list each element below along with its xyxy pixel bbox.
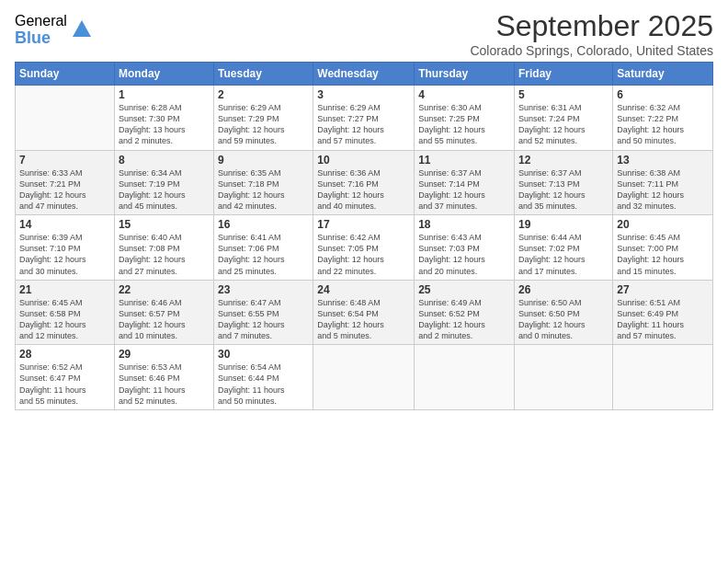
day-number: 16 (218, 218, 309, 231)
day-info: Sunrise: 6:31 AMSunset: 7:24 PMDaylight:… (518, 102, 609, 147)
day-number: 30 (218, 348, 309, 361)
day-number: 17 (317, 218, 410, 231)
day-number: 28 (19, 348, 110, 361)
day-info: Sunrise: 6:54 AMSunset: 6:44 PMDaylight:… (218, 362, 309, 407)
table-row: 8Sunrise: 6:34 AMSunset: 7:19 PMDaylight… (114, 150, 213, 215)
day-info: Sunrise: 6:33 AMSunset: 7:21 PMDaylight:… (19, 167, 110, 213)
table-row: 10Sunrise: 6:36 AMSunset: 7:16 PMDayligh… (313, 150, 415, 215)
day-number: 2 (218, 88, 309, 101)
day-info: Sunrise: 6:51 AMSunset: 6:49 PMDaylight:… (617, 297, 709, 342)
day-info: Sunrise: 6:34 AMSunset: 7:19 PMDaylight:… (119, 167, 210, 213)
table-row: 18Sunrise: 6:43 AMSunset: 7:03 PMDayligh… (415, 215, 515, 281)
month-title: September 2025 (470, 9, 713, 43)
day-info: Sunrise: 6:30 AMSunset: 7:25 PMDaylight:… (418, 102, 510, 147)
col-tuesday: Tuesday (214, 63, 313, 86)
day-number: 1 (119, 88, 210, 101)
day-number: 11 (418, 154, 510, 167)
day-number: 20 (617, 218, 709, 231)
day-info: Sunrise: 6:47 AMSunset: 6:55 PMDaylight:… (218, 297, 309, 342)
day-info: Sunrise: 6:38 AMSunset: 7:11 PMDaylight:… (617, 167, 709, 213)
table-row: 4Sunrise: 6:30 AMSunset: 7:25 PMDaylight… (415, 86, 515, 151)
table-row: 12Sunrise: 6:37 AMSunset: 7:13 PMDayligh… (515, 150, 613, 215)
table-row: 7Sunrise: 6:33 AMSunset: 7:21 PMDaylight… (16, 150, 115, 215)
col-thursday: Thursday (415, 63, 515, 86)
day-info: Sunrise: 6:43 AMSunset: 7:03 PMDaylight:… (418, 232, 510, 277)
day-info: Sunrise: 6:48 AMSunset: 6:54 PMDaylight:… (317, 297, 410, 342)
calendar-week-row: 7Sunrise: 6:33 AMSunset: 7:21 PMDaylight… (16, 150, 713, 215)
table-row (415, 345, 515, 410)
table-row: 27Sunrise: 6:51 AMSunset: 6:49 PMDayligh… (613, 280, 713, 345)
table-row: 5Sunrise: 6:31 AMSunset: 7:24 PMDaylight… (515, 86, 613, 151)
day-number: 18 (418, 218, 510, 231)
day-info: Sunrise: 6:45 AMSunset: 7:00 PMDaylight:… (617, 232, 709, 277)
day-info: Sunrise: 6:37 AMSunset: 7:13 PMDaylight:… (518, 167, 609, 213)
day-number: 23 (218, 283, 309, 296)
day-info: Sunrise: 6:28 AMSunset: 7:30 PMDaylight:… (119, 102, 210, 147)
logo: General Blue (15, 13, 95, 47)
table-row: 15Sunrise: 6:40 AMSunset: 7:08 PMDayligh… (114, 215, 213, 281)
day-info: Sunrise: 6:39 AMSunset: 7:10 PMDaylight:… (19, 232, 110, 277)
table-row: 21Sunrise: 6:45 AMSunset: 6:58 PMDayligh… (16, 280, 115, 345)
table-row: 14Sunrise: 6:39 AMSunset: 7:10 PMDayligh… (16, 215, 115, 281)
table-row (515, 345, 613, 410)
table-row: 3Sunrise: 6:29 AMSunset: 7:27 PMDaylight… (313, 86, 415, 151)
calendar-week-row: 28Sunrise: 6:52 AMSunset: 6:47 PMDayligh… (16, 345, 713, 410)
calendar-table: Sunday Monday Tuesday Wednesday Thursday… (15, 62, 713, 410)
day-info: Sunrise: 6:32 AMSunset: 7:22 PMDaylight:… (617, 102, 709, 147)
day-info: Sunrise: 6:29 AMSunset: 7:29 PMDaylight:… (218, 102, 309, 147)
table-row: 1Sunrise: 6:28 AMSunset: 7:30 PMDaylight… (114, 86, 213, 151)
day-number: 13 (617, 154, 709, 167)
col-friday: Friday (515, 63, 613, 86)
day-info: Sunrise: 6:50 AMSunset: 6:50 PMDaylight:… (518, 297, 609, 342)
table-row: 29Sunrise: 6:53 AMSunset: 6:46 PMDayligh… (114, 345, 213, 410)
header: General Blue September 2025 Colorado Spr… (15, 9, 713, 58)
location-subtitle: Colorado Springs, Colorado, United State… (470, 43, 713, 58)
day-number: 3 (317, 88, 410, 101)
day-info: Sunrise: 6:52 AMSunset: 6:47 PMDaylight:… (19, 362, 110, 407)
table-row: 25Sunrise: 6:49 AMSunset: 6:52 PMDayligh… (415, 280, 515, 345)
table-row: 9Sunrise: 6:35 AMSunset: 7:18 PMDaylight… (214, 150, 313, 215)
table-row: 6Sunrise: 6:32 AMSunset: 7:22 PMDaylight… (613, 86, 713, 151)
table-row: 22Sunrise: 6:46 AMSunset: 6:57 PMDayligh… (114, 280, 213, 345)
table-row (16, 86, 115, 151)
day-number: 25 (418, 283, 510, 296)
table-row (313, 345, 415, 410)
day-number: 6 (617, 88, 709, 101)
logo-general: General (15, 13, 67, 29)
table-row: 26Sunrise: 6:50 AMSunset: 6:50 PMDayligh… (515, 280, 613, 345)
day-number: 26 (518, 283, 609, 296)
day-number: 22 (119, 283, 210, 296)
title-block: September 2025 Colorado Springs, Colorad… (470, 9, 713, 58)
day-number: 12 (518, 154, 609, 167)
page: General Blue September 2025 Colorado Spr… (0, 0, 728, 563)
day-info: Sunrise: 6:37 AMSunset: 7:14 PMDaylight:… (418, 167, 510, 213)
day-number: 15 (119, 218, 210, 231)
day-info: Sunrise: 6:40 AMSunset: 7:08 PMDaylight:… (119, 232, 210, 277)
day-number: 24 (317, 283, 410, 296)
day-info: Sunrise: 6:42 AMSunset: 7:05 PMDaylight:… (317, 232, 410, 277)
day-number: 19 (518, 218, 609, 231)
logo-blue: Blue (15, 29, 67, 48)
day-info: Sunrise: 6:53 AMSunset: 6:46 PMDaylight:… (119, 362, 210, 407)
table-row: 13Sunrise: 6:38 AMSunset: 7:11 PMDayligh… (613, 150, 713, 215)
table-row: 20Sunrise: 6:45 AMSunset: 7:00 PMDayligh… (613, 215, 713, 281)
day-number: 10 (317, 154, 410, 167)
day-info: Sunrise: 6:36 AMSunset: 7:16 PMDaylight:… (317, 167, 410, 213)
day-number: 8 (119, 154, 210, 167)
col-saturday: Saturday (613, 63, 713, 86)
calendar-header-row: Sunday Monday Tuesday Wednesday Thursday… (16, 63, 713, 86)
calendar-week-row: 14Sunrise: 6:39 AMSunset: 7:10 PMDayligh… (16, 215, 713, 281)
logo-icon (69, 17, 95, 42)
day-info: Sunrise: 6:46 AMSunset: 6:57 PMDaylight:… (119, 297, 210, 342)
table-row: 23Sunrise: 6:47 AMSunset: 6:55 PMDayligh… (214, 280, 313, 345)
day-number: 21 (19, 283, 110, 296)
table-row: 28Sunrise: 6:52 AMSunset: 6:47 PMDayligh… (16, 345, 115, 410)
day-number: 27 (617, 283, 709, 296)
col-monday: Monday (114, 63, 213, 86)
day-info: Sunrise: 6:29 AMSunset: 7:27 PMDaylight:… (317, 102, 410, 147)
table-row: 2Sunrise: 6:29 AMSunset: 7:29 PMDaylight… (214, 86, 313, 151)
table-row (613, 345, 713, 410)
table-row: 19Sunrise: 6:44 AMSunset: 7:02 PMDayligh… (515, 215, 613, 281)
calendar-week-row: 1Sunrise: 6:28 AMSunset: 7:30 PMDaylight… (16, 86, 713, 151)
day-info: Sunrise: 6:41 AMSunset: 7:06 PMDaylight:… (218, 232, 309, 277)
